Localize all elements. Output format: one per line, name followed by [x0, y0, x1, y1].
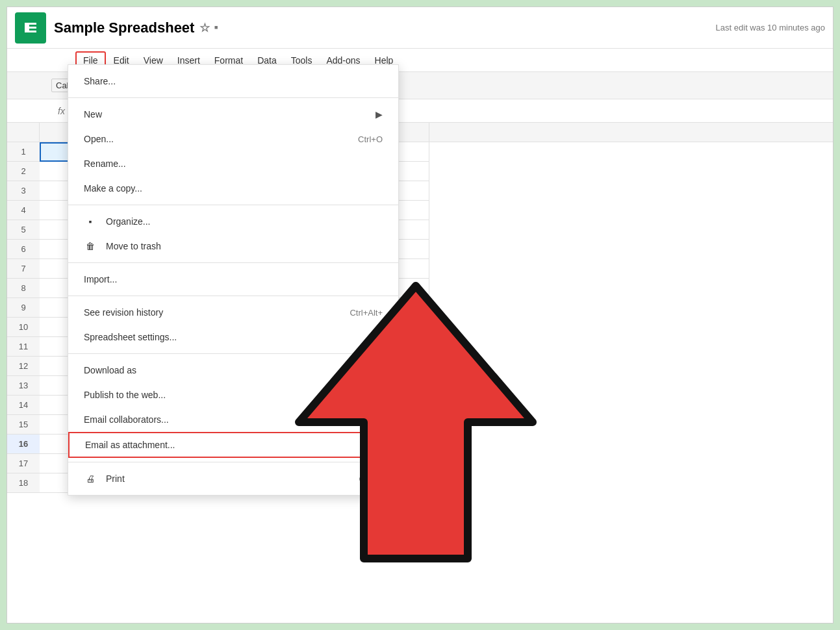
row-8: 8	[7, 279, 40, 298]
row-5: 5	[7, 220, 40, 240]
trash-label: Move to trash	[106, 241, 161, 251]
trash-icon: 🗑	[84, 241, 97, 251]
share-label: Share...	[84, 76, 116, 86]
menu-item-publish[interactable]: Publish to the web...	[68, 383, 398, 407]
title-text: Sample Spreadsheet	[54, 19, 194, 36]
last-edit-label: Last edit was 10 minutes ago	[716, 23, 825, 32]
row-6: 6	[7, 240, 40, 259]
folder-icon[interactable]: ▪	[214, 21, 218, 34]
row-13: 13	[7, 376, 40, 396]
menu-item-email-collab[interactable]: Email collaborators...	[68, 407, 398, 432]
row-15: 15	[7, 415, 40, 435]
new-label: New	[84, 109, 102, 120]
sheets-logo	[15, 12, 46, 44]
row-headers: 1 2 3 4 5 6 7 8 9 10 11 12 13 14 15 16 1…	[7, 142, 40, 493]
title-icons: ☆ ▪	[199, 21, 218, 35]
publish-label: Publish to the web...	[84, 390, 166, 400]
menu-section-print: 🖨 Print Ctrl+P	[68, 462, 398, 495]
open-label: Open...	[84, 134, 114, 144]
header-bar: Sample Spreadsheet ☆ ▪ Last edit was 10 …	[7, 7, 833, 49]
menu-item-import[interactable]: Import...	[68, 267, 398, 292]
row-2: 2	[7, 162, 40, 181]
file-dropdown-menu: Share... New ▶ Open... Ctrl+O Rename... …	[68, 64, 399, 496]
star-icon[interactable]: ☆	[199, 21, 210, 35]
svg-rect-4	[25, 23, 29, 32]
revision-shortcut: Ctrl+Alt+	[350, 308, 383, 318]
menu-item-print[interactable]: 🖨 Print Ctrl+P	[68, 466, 398, 491]
row-9: 9	[7, 298, 40, 318]
email-collab-label: Email collaborators...	[84, 414, 169, 425]
row-12: 12	[7, 357, 40, 376]
menu-section-import: Import...	[68, 262, 398, 296]
row-7: 7	[7, 259, 40, 279]
row-10: 10	[7, 318, 40, 337]
row-headers-section: 1 2 3 4 5 6 7 8 9 10 11 12 13 14 15 16 1…	[7, 123, 40, 623]
menu-section-organize: ▪ Organize... 🗑 Move to trash	[68, 205, 398, 262]
organize-label: Organize...	[106, 216, 150, 227]
rename-label: Rename...	[84, 158, 126, 169]
menu-item-open[interactable]: Open... Ctrl+O	[68, 127, 398, 151]
title-area: Sample Spreadsheet ☆ ▪	[54, 19, 218, 36]
settings-label: Spreadsheet settings...	[84, 332, 177, 342]
folder-menu-icon: ▪	[84, 216, 97, 227]
print-label: Print	[106, 473, 125, 484]
menu-item-trash[interactable]: 🗑 Move to trash	[68, 234, 398, 258]
download-label: Download as	[84, 365, 136, 375]
fx-label: fx	[58, 106, 65, 116]
print-shortcut: Ctrl+P	[359, 474, 383, 484]
menu-section-history: See revision history Ctrl+Alt+ Spreadshe…	[68, 296, 398, 353]
print-icon: 🖨	[84, 473, 97, 484]
menu-item-email-attachment[interactable]: Email as attachment...	[68, 432, 398, 458]
menu-item-organize[interactable]: ▪ Organize...	[68, 209, 398, 234]
new-arrow: ▶	[375, 109, 383, 120]
row-3: 3	[7, 181, 40, 201]
menu-item-revision[interactable]: See revision history Ctrl+Alt+	[68, 300, 398, 325]
corner-cell	[7, 123, 40, 142]
menu-item-rename[interactable]: Rename...	[68, 151, 398, 176]
row-11: 11	[7, 337, 40, 357]
row-4: 4	[7, 201, 40, 220]
menu-section-file-ops: New ▶ Open... Ctrl+O Rename... Make a co…	[68, 97, 398, 205]
import-label: Import...	[84, 274, 117, 284]
row-1: 1	[7, 142, 40, 162]
row-16: 16	[7, 435, 40, 454]
copy-label: Make a copy...	[84, 183, 142, 194]
menu-section-share: Share...	[68, 65, 398, 97]
revision-label: See revision history	[84, 307, 163, 318]
menu-section-publish: Download as Publish to the web... Email …	[68, 353, 398, 462]
menu-item-copy[interactable]: Make a copy...	[68, 176, 398, 201]
row-17: 17	[7, 454, 40, 473]
email-attachment-label: Email as attachment...	[85, 440, 175, 450]
row-18: 18	[7, 473, 40, 493]
open-shortcut: Ctrl+O	[358, 134, 383, 144]
spreadsheet-title: Sample Spreadsheet ☆ ▪	[54, 19, 218, 36]
menu-item-new[interactable]: New ▶	[68, 102, 398, 127]
menu-item-share[interactable]: Share...	[68, 69, 398, 94]
menu-item-download[interactable]: Download as	[68, 358, 398, 383]
row-14: 14	[7, 396, 40, 415]
menu-item-settings[interactable]: Spreadsheet settings...	[68, 325, 398, 349]
